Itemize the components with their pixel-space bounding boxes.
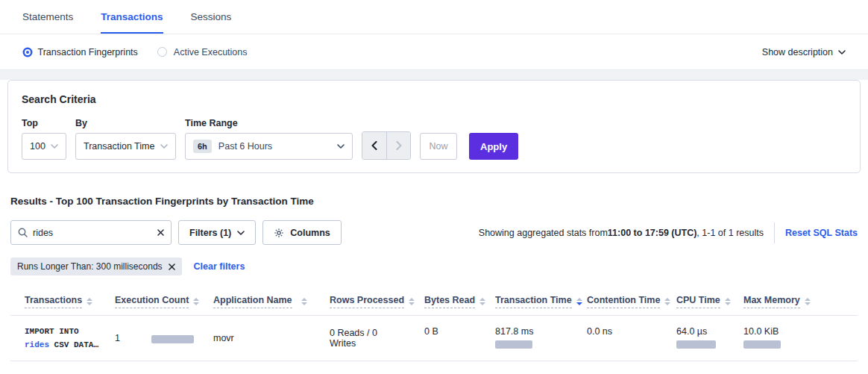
time-range-pager	[362, 131, 411, 160]
max-memory-value: 10.0 KiB	[743, 326, 779, 337]
rows-processed-value: 0 Reads / 0 Writes	[330, 328, 377, 349]
time-forward-button[interactable]	[386, 132, 410, 159]
now-button[interactable]: Now	[420, 133, 457, 160]
columns-label: Columns	[290, 228, 330, 238]
sql-keyword-match: rides	[25, 340, 49, 349]
cell-transaction-time: 817.8 ms	[482, 316, 573, 349]
show-description-toggle[interactable]: Show description	[762, 47, 846, 57]
sql-line2-rest: CSV DATA…	[49, 340, 98, 349]
chevron-down-icon	[337, 144, 345, 149]
sort-icon	[301, 298, 307, 305]
tab-transactions[interactable]: Transactions	[101, 0, 163, 34]
chevron-down-icon	[237, 231, 245, 235]
column-header-transaction-time[interactable]: Transaction Time	[482, 288, 573, 315]
radio-active-executions[interactable]: Active Executions	[157, 47, 248, 57]
cell-max-memory: 10.0 KiB	[730, 316, 809, 349]
column-header-application-name[interactable]: Application Name	[200, 288, 316, 315]
chevron-down-icon	[51, 144, 58, 149]
cell-execution-count: 1	[101, 333, 200, 343]
table-row[interactable]: IMPORT INTO rides CSV DATA… 1 movr 0 Rea…	[10, 316, 858, 361]
search-icon	[18, 228, 28, 237]
gear-icon	[274, 228, 284, 238]
column-header-transactions[interactable]: Transactions	[10, 288, 101, 315]
time-range-badge: 6h	[193, 140, 212, 153]
results-table: Transactions Execution Count Application…	[10, 288, 858, 361]
chevron-down-icon	[160, 144, 168, 149]
active-filters-row: Runs Longer Than: 300 milliseconds Clear…	[10, 258, 858, 275]
tab-sessions[interactable]: Sessions	[191, 0, 232, 34]
column-header-cpu-time[interactable]: CPU Time	[663, 288, 730, 315]
search-criteria-card: Search Criteria Top 100 By Transaction T…	[7, 80, 861, 173]
cell-bytes-read: 0 B	[411, 316, 482, 337]
by-field: By Transaction Time	[75, 118, 176, 160]
bytes-read-value: 0 B	[424, 326, 438, 337]
section-divider	[0, 70, 868, 80]
stats-range: 11:00 to 17:59 (UTC)	[608, 228, 696, 238]
tab-statements[interactable]: Statements	[22, 0, 73, 34]
columns-button[interactable]: Columns	[262, 220, 341, 245]
search-criteria-title: Search Criteria	[22, 93, 846, 105]
aggregated-stats: Showing aggregated stats from 11:00 to 1…	[479, 222, 858, 243]
execution-count-bar	[151, 335, 194, 343]
execution-count-value: 1	[115, 333, 120, 343]
max-memory-bar	[743, 340, 781, 349]
stats-count: , 1-1 of 1 results	[696, 228, 764, 238]
by-label: By	[75, 118, 176, 128]
top-label: Top	[22, 118, 66, 128]
sql-line1: IMPORT INTO	[25, 327, 79, 336]
time-back-button[interactable]	[362, 132, 386, 159]
cpu-time-bar	[676, 340, 716, 349]
column-header-bytes-read[interactable]: Bytes Read	[411, 288, 482, 315]
filter-chip-label: Runs Longer Than: 300 milliseconds	[17, 261, 163, 272]
clear-search-icon[interactable]	[157, 229, 164, 236]
top-select-value: 100	[30, 141, 51, 152]
time-range-select[interactable]: 6h Past 6 Hours	[185, 133, 353, 160]
transaction-time-value: 817.8 ms	[495, 326, 533, 337]
show-description-label: Show description	[762, 47, 833, 57]
cpu-time-value: 64.0 µs	[676, 326, 707, 337]
clear-filters-link[interactable]: Clear filters	[194, 261, 245, 272]
sort-icon	[87, 298, 92, 305]
cell-rows-processed: 0 Reads / 0 Writes	[316, 328, 411, 349]
search-input[interactable]	[33, 228, 157, 238]
stats-prefix: Showing aggregated stats from	[479, 228, 608, 238]
cell-contention-time: 0.0 ns	[573, 316, 663, 337]
apply-button[interactable]: Apply	[469, 133, 518, 160]
radio-unselected-icon	[157, 47, 167, 57]
page-tabs: Statements Transactions Sessions	[0, 0, 868, 34]
column-header-rows-processed[interactable]: Rows Processed	[316, 288, 411, 315]
time-range-value: Past 6 Hours	[218, 141, 337, 152]
column-header-execution-count[interactable]: Execution Count	[101, 288, 200, 315]
search-box[interactable]	[10, 220, 172, 245]
filters-button[interactable]: Filters (1)	[178, 220, 256, 245]
cell-cpu-time: 64.0 µs	[663, 316, 730, 349]
time-range-field: Time Range 6h Past 6 Hours	[185, 118, 353, 160]
sort-icon	[805, 298, 811, 305]
reset-sql-stats-link[interactable]: Reset SQL Stats	[785, 228, 858, 238]
top-select[interactable]: 100	[22, 133, 66, 160]
column-header-max-memory[interactable]: Max Memory	[730, 288, 809, 315]
radio-label: Active Executions	[174, 47, 248, 57]
vertical-divider	[774, 222, 775, 243]
contention-time-value: 0.0 ns	[587, 326, 612, 337]
cell-application-name: movr	[200, 333, 316, 343]
radio-label: Transaction Fingerprints	[38, 47, 138, 57]
top-field: Top 100	[22, 118, 66, 160]
results-controls: Filters (1) Columns Showing aggregated s…	[10, 220, 858, 245]
application-name-value: movr	[213, 333, 234, 343]
chevron-down-icon	[838, 50, 846, 54]
transaction-time-bar	[495, 340, 532, 349]
radio-selected-icon	[25, 49, 31, 55]
column-header-contention-time[interactable]: Contention Time	[573, 288, 663, 315]
filter-chip: Runs Longer Than: 300 milliseconds	[10, 258, 182, 275]
view-toggle-bar: Transaction Fingerprints Active Executio…	[0, 34, 868, 70]
radio-transaction-fingerprints[interactable]: Transaction Fingerprints	[22, 47, 138, 57]
by-select-value: Transaction Time	[84, 141, 160, 152]
results-heading: Results - Top 100 Transaction Fingerprin…	[10, 196, 858, 207]
remove-filter-icon[interactable]	[169, 264, 175, 270]
table-header-row: Transactions Execution Count Application…	[10, 288, 858, 316]
sort-icon	[193, 298, 199, 305]
filters-label: Filters (1)	[189, 228, 231, 238]
by-select[interactable]: Transaction Time	[75, 133, 176, 160]
cell-transaction-fingerprint[interactable]: IMPORT INTO rides CSV DATA…	[10, 325, 101, 352]
